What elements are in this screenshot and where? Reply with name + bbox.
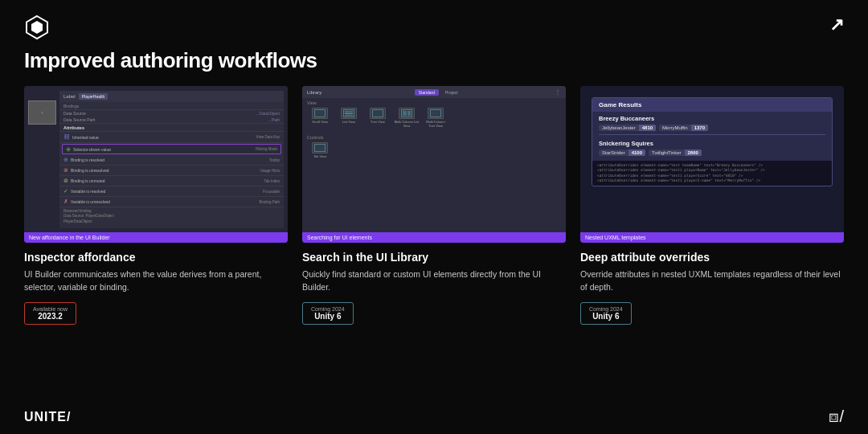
unity-logo bbox=[24, 14, 50, 40]
gr-player-2: MerryMuffin 1370 bbox=[659, 125, 708, 131]
badge-deep-attrs: Coming 2024 Unity 6 bbox=[580, 302, 844, 325]
gr-team-2: Snickering Squires StarStrider 4100 Twil… bbox=[592, 137, 832, 158]
card-preview-deep-attrs: Game Results Breezy Buccaneers Jellybean… bbox=[580, 86, 844, 243]
bottom-bar: UNITE/ ⧈/ bbox=[0, 399, 868, 434]
card-title-deep-attrs: Deep attribute overrides bbox=[580, 251, 844, 264]
gr-player-1: JellybeanJester 4810 bbox=[599, 125, 656, 131]
badge-inspector: Available now 2023.2 bbox=[24, 302, 288, 325]
card-title-library: Search in the UI Library bbox=[302, 251, 566, 264]
card-preview-library: Library Standard Project ⋮ View Scroll V… bbox=[302, 86, 566, 243]
game-results-panel: Game Results Breezy Buccaneers Jellybean… bbox=[592, 97, 833, 186]
inspector-card-label: New affordance in the UI Builder bbox=[24, 232, 288, 243]
card-preview-inspector: T Label PlayerHealth Bindings Data Sourc… bbox=[24, 86, 288, 243]
card-deep-attrs: Game Results Breezy Buccaneers Jellybean… bbox=[580, 86, 844, 325]
external-link-icon[interactable]: ↗ bbox=[829, 14, 844, 35]
card-desc-inspector: UI Builder communicates when the value d… bbox=[24, 268, 288, 294]
card-inspector: T Label PlayerHealth Bindings Data Sourc… bbox=[24, 86, 288, 325]
gr-player-4: TwilightTinker 2860 bbox=[649, 149, 702, 156]
gr-code-block: <attributeOverrides element-name="test t… bbox=[592, 161, 832, 186]
deep-attrs-card-label: Nested UXML templates bbox=[580, 232, 844, 243]
card-desc-library: Quickly find standard or custom UI eleme… bbox=[302, 268, 566, 294]
badge-library: Coming 2024 Unity 6 bbox=[302, 302, 566, 325]
gr-team-1: Breezy Buccaneers JellybeanJester 4810 M… bbox=[592, 112, 832, 133]
card-desc-deep-attrs: Override attributes in nested UXML templ… bbox=[580, 268, 844, 294]
inspector-preview-thumbnail: T bbox=[28, 100, 56, 125]
top-bar: ↗ bbox=[0, 0, 868, 40]
library-header: Library Standard Project ⋮ bbox=[302, 86, 566, 98]
unity-mark-logo: ⧈/ bbox=[829, 407, 844, 426]
inspector-header: Label PlayerHealth bbox=[59, 91, 284, 102]
gr-header: Game Results bbox=[592, 98, 832, 112]
cards-container: T Label PlayerHealth Bindings Data Sourc… bbox=[0, 86, 868, 325]
card-title-inspector: Inspector affordance bbox=[24, 251, 288, 264]
page-title: Improved authoring workflows bbox=[0, 40, 868, 86]
svg-marker-1 bbox=[31, 21, 43, 34]
library-card-label: Searching for UI elements bbox=[302, 232, 566, 243]
card-library: Library Standard Project ⋮ View Scroll V… bbox=[302, 86, 566, 325]
unite-logo: UNITE/ bbox=[24, 410, 71, 424]
gr-player-3: StarStrider 4100 bbox=[599, 149, 645, 156]
